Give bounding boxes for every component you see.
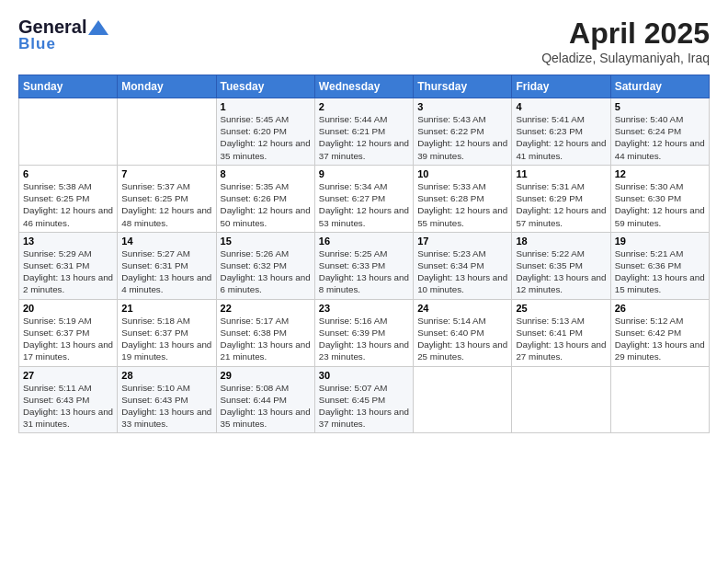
day-number: 27 bbox=[23, 370, 113, 381]
day-info: Sunrise: 5:40 AMSunset: 6:24 PMDaylight:… bbox=[615, 113, 705, 162]
day-header-tuesday: Tuesday bbox=[216, 75, 314, 98]
day-number: 9 bbox=[319, 168, 409, 179]
calendar: SundayMondayTuesdayWednesdayThursdayFrid… bbox=[18, 75, 710, 433]
calendar-week-3: 13Sunrise: 5:29 AMSunset: 6:31 PMDayligh… bbox=[19, 232, 710, 299]
day-number: 28 bbox=[121, 370, 211, 381]
calendar-cell: 30Sunrise: 5:07 AMSunset: 6:45 PMDayligh… bbox=[314, 366, 413, 433]
calendar-week-4: 20Sunrise: 5:19 AMSunset: 6:37 PMDayligh… bbox=[19, 299, 710, 366]
day-number: 15 bbox=[221, 236, 311, 247]
day-number: 13 bbox=[23, 236, 113, 247]
calendar-cell: 3Sunrise: 5:43 AMSunset: 6:22 PMDaylight… bbox=[414, 98, 512, 166]
day-info: Sunrise: 5:27 AMSunset: 6:31 PMDaylight:… bbox=[121, 247, 211, 296]
calendar-cell: 23Sunrise: 5:16 AMSunset: 6:39 PMDayligh… bbox=[314, 299, 413, 366]
calendar-cell: 15Sunrise: 5:26 AMSunset: 6:32 PMDayligh… bbox=[216, 232, 314, 299]
day-number: 11 bbox=[516, 168, 606, 179]
calendar-cell: 24Sunrise: 5:14 AMSunset: 6:40 PMDayligh… bbox=[414, 299, 512, 366]
day-number: 4 bbox=[516, 101, 606, 112]
logo-icon bbox=[88, 20, 108, 35]
calendar-cell: 29Sunrise: 5:08 AMSunset: 6:44 PMDayligh… bbox=[216, 366, 314, 433]
day-number: 3 bbox=[417, 101, 507, 112]
calendar-week-2: 6Sunrise: 5:38 AMSunset: 6:25 PMDaylight… bbox=[19, 165, 710, 232]
page-title: April 2025 bbox=[541, 17, 710, 51]
day-number: 19 bbox=[615, 236, 705, 247]
day-info: Sunrise: 5:37 AMSunset: 6:25 PMDaylight:… bbox=[121, 180, 211, 229]
calendar-cell: 27Sunrise: 5:11 AMSunset: 6:43 PMDayligh… bbox=[19, 366, 118, 433]
calendar-cell bbox=[610, 366, 709, 433]
day-info: Sunrise: 5:14 AMSunset: 6:40 PMDaylight:… bbox=[417, 315, 507, 363]
day-info: Sunrise: 5:10 AMSunset: 6:43 PMDaylight:… bbox=[121, 382, 211, 431]
day-number: 2 bbox=[319, 101, 409, 112]
day-number: 18 bbox=[516, 236, 606, 247]
day-number: 26 bbox=[615, 303, 705, 314]
day-info: Sunrise: 5:13 AMSunset: 6:41 PMDaylight:… bbox=[516, 315, 606, 363]
day-number: 25 bbox=[516, 303, 606, 314]
day-info: Sunrise: 5:19 AMSunset: 6:37 PMDaylight:… bbox=[23, 315, 113, 363]
calendar-cell: 5Sunrise: 5:40 AMSunset: 6:24 PMDaylight… bbox=[610, 98, 709, 166]
day-info: Sunrise: 5:26 AMSunset: 6:32 PMDaylight:… bbox=[221, 247, 311, 296]
calendar-cell: 28Sunrise: 5:10 AMSunset: 6:43 PMDayligh… bbox=[118, 366, 216, 433]
day-number: 6 bbox=[23, 168, 113, 179]
calendar-cell: 11Sunrise: 5:31 AMSunset: 6:29 PMDayligh… bbox=[512, 165, 610, 232]
day-number: 29 bbox=[221, 370, 311, 381]
calendar-cell: 1Sunrise: 5:45 AMSunset: 6:20 PMDaylight… bbox=[216, 98, 314, 166]
calendar-cell: 22Sunrise: 5:17 AMSunset: 6:38 PMDayligh… bbox=[216, 299, 314, 366]
day-info: Sunrise: 5:45 AMSunset: 6:20 PMDaylight:… bbox=[221, 113, 311, 162]
day-number: 7 bbox=[121, 168, 211, 179]
calendar-cell: 25Sunrise: 5:13 AMSunset: 6:41 PMDayligh… bbox=[512, 299, 610, 366]
day-number: 22 bbox=[221, 303, 311, 314]
calendar-cell: 18Sunrise: 5:22 AMSunset: 6:35 PMDayligh… bbox=[512, 232, 610, 299]
day-number: 30 bbox=[319, 370, 409, 381]
day-info: Sunrise: 5:41 AMSunset: 6:23 PMDaylight:… bbox=[516, 113, 606, 162]
calendar-cell: 26Sunrise: 5:12 AMSunset: 6:42 PMDayligh… bbox=[610, 299, 709, 366]
page: General Blue April 2025 Qeladize, Sulaym… bbox=[0, 0, 728, 563]
calendar-header-row: SundayMondayTuesdayWednesdayThursdayFrid… bbox=[19, 75, 710, 98]
day-info: Sunrise: 5:31 AMSunset: 6:29 PMDaylight:… bbox=[516, 180, 606, 229]
day-info: Sunrise: 5:33 AMSunset: 6:28 PMDaylight:… bbox=[417, 180, 507, 229]
day-number: 16 bbox=[319, 236, 409, 247]
day-number: 8 bbox=[221, 168, 311, 179]
calendar-week-1: 1Sunrise: 5:45 AMSunset: 6:20 PMDaylight… bbox=[19, 98, 710, 166]
calendar-cell: 12Sunrise: 5:30 AMSunset: 6:30 PMDayligh… bbox=[610, 165, 709, 232]
day-header-saturday: Saturday bbox=[610, 75, 709, 98]
logo: General Blue bbox=[18, 17, 108, 53]
day-info: Sunrise: 5:30 AMSunset: 6:30 PMDaylight:… bbox=[615, 180, 705, 229]
day-info: Sunrise: 5:16 AMSunset: 6:39 PMDaylight:… bbox=[319, 315, 409, 363]
day-number: 20 bbox=[23, 303, 113, 314]
day-number: 23 bbox=[319, 303, 409, 314]
header: General Blue April 2025 Qeladize, Sulaym… bbox=[18, 17, 710, 65]
day-number: 14 bbox=[121, 236, 211, 247]
calendar-cell: 4Sunrise: 5:41 AMSunset: 6:23 PMDaylight… bbox=[512, 98, 610, 166]
day-info: Sunrise: 5:29 AMSunset: 6:31 PMDaylight:… bbox=[23, 247, 113, 296]
day-info: Sunrise: 5:25 AMSunset: 6:33 PMDaylight:… bbox=[319, 247, 409, 296]
day-info: Sunrise: 5:18 AMSunset: 6:37 PMDaylight:… bbox=[121, 315, 211, 363]
day-header-monday: Monday bbox=[118, 75, 216, 98]
calendar-cell: 6Sunrise: 5:38 AMSunset: 6:25 PMDaylight… bbox=[19, 165, 118, 232]
calendar-cell: 17Sunrise: 5:23 AMSunset: 6:34 PMDayligh… bbox=[414, 232, 512, 299]
calendar-cell: 16Sunrise: 5:25 AMSunset: 6:33 PMDayligh… bbox=[314, 232, 413, 299]
calendar-cell bbox=[512, 366, 610, 433]
day-info: Sunrise: 5:38 AMSunset: 6:25 PMDaylight:… bbox=[23, 180, 113, 229]
calendar-cell bbox=[19, 98, 118, 166]
calendar-week-5: 27Sunrise: 5:11 AMSunset: 6:43 PMDayligh… bbox=[19, 366, 710, 433]
calendar-cell: 21Sunrise: 5:18 AMSunset: 6:37 PMDayligh… bbox=[118, 299, 216, 366]
day-info: Sunrise: 5:44 AMSunset: 6:21 PMDaylight:… bbox=[319, 113, 409, 162]
calendar-cell: 19Sunrise: 5:21 AMSunset: 6:36 PMDayligh… bbox=[610, 232, 709, 299]
day-info: Sunrise: 5:08 AMSunset: 6:44 PMDaylight:… bbox=[221, 382, 311, 431]
day-info: Sunrise: 5:43 AMSunset: 6:22 PMDaylight:… bbox=[417, 113, 507, 162]
day-number: 21 bbox=[121, 303, 211, 314]
calendar-cell: 14Sunrise: 5:27 AMSunset: 6:31 PMDayligh… bbox=[118, 232, 216, 299]
logo-blue: Blue bbox=[18, 35, 56, 53]
page-subtitle: Qeladize, Sulaymaniyah, Iraq bbox=[541, 51, 710, 65]
day-header-thursday: Thursday bbox=[414, 75, 512, 98]
day-info: Sunrise: 5:12 AMSunset: 6:42 PMDaylight:… bbox=[615, 315, 705, 363]
calendar-cell bbox=[414, 366, 512, 433]
day-info: Sunrise: 5:23 AMSunset: 6:34 PMDaylight:… bbox=[417, 247, 507, 296]
day-number: 10 bbox=[417, 168, 507, 179]
calendar-cell: 9Sunrise: 5:34 AMSunset: 6:27 PMDaylight… bbox=[314, 165, 413, 232]
calendar-cell: 20Sunrise: 5:19 AMSunset: 6:37 PMDayligh… bbox=[19, 299, 118, 366]
day-info: Sunrise: 5:34 AMSunset: 6:27 PMDaylight:… bbox=[319, 180, 409, 229]
calendar-cell bbox=[118, 98, 216, 166]
day-info: Sunrise: 5:07 AMSunset: 6:45 PMDaylight:… bbox=[319, 382, 409, 431]
calendar-cell: 8Sunrise: 5:35 AMSunset: 6:26 PMDaylight… bbox=[216, 165, 314, 232]
calendar-cell: 13Sunrise: 5:29 AMSunset: 6:31 PMDayligh… bbox=[19, 232, 118, 299]
